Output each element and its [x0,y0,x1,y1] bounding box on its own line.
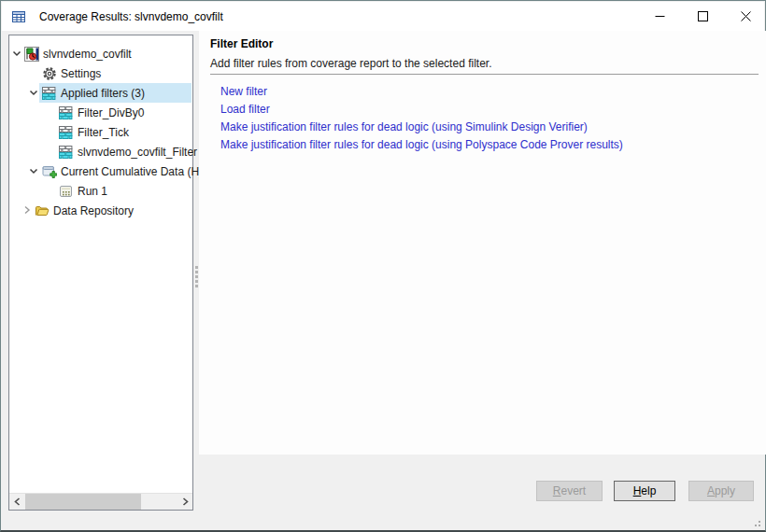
model-coverage-icon [24,47,39,62]
coverage-filter-icon [42,86,57,101]
cumulative-data-icon [42,164,57,179]
filter-actions: New filter Load filter Make justificatio… [220,83,759,154]
tree-item-label: Settings [61,67,106,80]
scroll-right-button[interactable] [177,494,192,510]
window-title: Coverage Results: slvnvdemo_covfilt [39,10,223,23]
window-frame: Coverage Results: slvnvdemo_covfilt [0,0,766,532]
tree-item-label: Filter_DivBy0 [78,106,149,119]
window-titlebar[interactable]: Coverage Results: slvnvdemo_covfilt [2,2,764,31]
editor-description: Add filter rules from coverage report to… [210,57,491,70]
window-resize-grip[interactable] [753,519,760,526]
close-button[interactable] [724,2,766,31]
maximize-button[interactable] [681,2,724,31]
close-icon [741,8,751,25]
coverage-filter-icon [59,145,74,160]
scrollbar-thumb[interactable] [25,494,141,510]
tree-item-run-1[interactable]: Run 1 [9,181,192,201]
minimize-icon [655,8,665,25]
tree-item-filter-divby0[interactable]: Filter_DivBy0 [9,103,192,122]
scroll-left-button[interactable] [9,494,25,510]
tree-item-label: Applied filters (3) [61,87,149,100]
tree-item-applied-filters[interactable]: Applied filters (3) [9,83,192,103]
tree-item-slvnvdemo-covfilt-filter[interactable]: slvnvdemo_covfilt_Filter [9,142,192,161]
tree-item-label: Data Repository [53,204,138,217]
separator [210,74,759,75]
scroll-left-icon [14,497,21,506]
revert-button[interactable]: Revert [536,481,603,501]
page-title: Filter Editor [210,37,273,50]
run-icon [59,184,74,199]
gear-icon [42,66,57,81]
tree-item-label: slvnvdemo_covfilt [43,48,136,61]
results-tree-panel: slvnvdemo_covfilt Settings [8,35,193,511]
tree-item-data-repository[interactable]: Data Repository [9,201,192,220]
link-new-filter[interactable]: New filter [220,83,759,101]
tree-item-filter-tick[interactable]: Filter_Tick [9,122,192,142]
link-load-filter[interactable]: Load filter [220,101,759,119]
button-label: pply [715,484,735,497]
horizontal-scrollbar[interactable] [9,493,192,510]
help-button[interactable]: Help [614,481,675,501]
maximize-icon [698,8,708,25]
link-make-justification-sldv[interactable]: Make justification filter rules for dead… [220,119,759,136]
button-mnemonic: A [707,484,715,497]
coverage-filter-icon [59,125,74,140]
button-label: elp [641,484,656,497]
tree-item-settings[interactable]: Settings [9,63,192,83]
tree-item-label: Current Cumulative Data (H) [61,165,207,178]
tree-item-label: slvnvdemo_covfilt_Filter [78,146,202,159]
tree-item-label: Filter_Tick [78,126,134,139]
minimize-button[interactable] [638,2,681,31]
folder-icon [35,203,50,218]
tree-item-label: Run 1 [78,185,112,198]
coverage-filter-icon [59,105,74,120]
link-make-justification-polyspace[interactable]: Make justification filter rules for dead… [220,136,759,154]
scroll-right-icon [181,497,189,506]
tree-item-current-cumulative-data[interactable]: Current Cumulative Data (H) [9,161,192,181]
tree-item-slvnvdemo-covfilt[interactable]: slvnvdemo_covfilt [9,44,192,63]
apply-button[interactable]: Apply [688,481,754,501]
button-label: evert [560,484,586,497]
filter-editor-panel: Filter Editor Add filter rules from cove… [199,31,766,455]
splitter-grip-icon [195,264,198,289]
app-icon [11,9,26,24]
results-tree: slvnvdemo_covfilt Settings [9,44,192,220]
